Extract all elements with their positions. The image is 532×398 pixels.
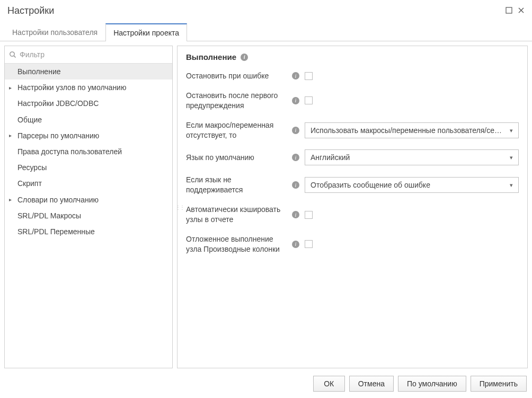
sidebar-item-jdbc-odbc[interactable]: Настройки JDBC/ODBC [5,95,172,111]
info-icon[interactable]: i [292,154,299,161]
sidebar-item-resources[interactable]: Ресурсы [5,160,172,175]
sidebar-item-label: Парсеры по умолчанию [17,131,99,140]
info-icon[interactable]: i [292,181,299,189]
body: Выполнение ▸ Настройки узлов по умолчани… [0,41,532,370]
sidebar-item-srl-macros[interactable]: SRL/PDL Макросы [5,208,172,224]
cancel-button[interactable]: Отмена [349,376,394,392]
sidebar: Выполнение ▸ Настройки узлов по умолчани… [4,46,173,368]
info-icon[interactable]: i [241,54,248,61]
label-unsupported-language: Если язык не поддерживается [186,175,287,195]
checkbox-auto-cache[interactable] [305,211,313,219]
ok-button[interactable]: ОК [313,376,345,392]
sidebar-item-label: Скрипт [17,179,42,188]
row-stop-on-warning: Остановить после первого предупреждения … [186,91,519,111]
footer: ОК Отмена По умолчанию Применить [0,370,532,398]
search-icon [9,51,16,58]
sidebar-item-execution[interactable]: Выполнение [5,64,172,79]
label-deferred-execution: Отложенное выполнение узла Производные к… [186,234,287,254]
sidebar-item-label: Общие [17,115,42,125]
sidebar-item-script[interactable]: Скрипт [5,175,172,191]
content-title: Выполнение i [186,52,519,61]
info-icon[interactable]: i [292,127,299,134]
select-missing-macro[interactable]: Использовать макросы/переменные пользова… [305,122,519,138]
info-icon[interactable]: i [292,72,299,79]
sidebar-item-label: SRL/PDL Переменные [17,227,95,236]
close-icon[interactable] [518,7,525,15]
sidebar-item-label: Ресурсы [17,163,47,172]
content-panel: ⋮⋮ Выполнение i Остановить при ошибке i … [177,46,528,368]
window-title: Настройки [7,5,54,16]
checkbox-deferred-execution[interactable] [305,240,313,248]
sidebar-item-label: Выполнение [17,67,60,76]
chevron-right-icon: ▸ [9,196,12,203]
sidebar-item-user-access[interactable]: Права доступа пользователей [5,144,172,160]
sidebar-item-label: Настройки узлов по умолчанию [17,83,126,92]
chevron-right-icon: ▸ [9,132,12,139]
filter-input[interactable] [16,48,168,61]
apply-button[interactable]: Применить [471,376,527,392]
sidebar-item-srl-variables[interactable]: SRL/PDL Переменные [5,224,172,240]
checkbox-stop-on-error[interactable] [305,72,313,80]
sidebar-item-label: SRL/PDL Макросы [17,211,81,220]
control-area [305,211,519,219]
sidebar-item-label: Настройки JDBC/ODBC [17,99,99,108]
svg-rect-0 [506,7,512,13]
content-title-text: Выполнение [186,52,236,61]
sidebar-item-label: Права доступа пользователей [17,147,122,156]
control-area [305,96,519,104]
row-deferred-execution: Отложенное выполнение узла Производные к… [186,234,519,254]
row-default-language: Язык по умолчанию i Английский [186,149,519,165]
select-unsupported-language[interactable]: Отобразить сообщение об ошибке [305,177,519,193]
row-unsupported-language: Если язык не поддерживается i Отобразить… [186,175,519,195]
label-auto-cache: Автоматически кэшировать узлы в отчете [186,205,287,225]
label-default-language: Язык по умолчанию [186,153,287,163]
settings-window: Настройки Настройки пользователя Настрой… [0,0,532,398]
sidebar-item-default-parsers[interactable]: ▸ Парсеры по умолчанию [5,128,172,144]
window-controls [506,7,525,15]
filter-box [5,46,172,64]
chevron-right-icon: ▸ [9,84,12,91]
sidebar-item-label: Словари по умолчанию [17,195,99,205]
select-default-language[interactable]: Английский [305,149,519,165]
sidebar-item-default-node-settings[interactable]: ▸ Настройки узлов по умолчанию [5,79,172,95]
label-stop-on-error: Остановить при ошибке [186,71,287,81]
sidebar-item-default-dictionaries[interactable]: ▸ Словари по умолчанию [5,192,172,208]
maximize-icon[interactable] [506,7,512,15]
info-icon[interactable]: i [292,211,299,218]
svg-point-1 [10,52,14,56]
tab-bar: Настройки пользователя Настройки проекта [0,23,532,41]
sidebar-item-general[interactable]: Общие [5,112,172,128]
row-auto-cache: Автоматически кэшировать узлы в отчете i [186,205,519,225]
checkbox-stop-on-warning[interactable] [305,96,313,104]
label-stop-on-warning: Остановить после первого предупреждения [186,91,287,111]
control-area: Английский [305,149,519,165]
control-area [305,72,519,80]
splitter-handle[interactable]: ⋮⋮ [177,204,184,210]
label-missing-macro: Если макрос/переменная отсутствует, то [186,120,287,140]
info-icon[interactable]: i [292,241,299,248]
control-area: Отобразить сообщение об ошибке [305,177,519,193]
control-area [305,240,519,248]
tab-project-settings[interactable]: Настройки проекта [105,23,187,41]
row-stop-on-error: Остановить при ошибке i [186,71,519,81]
info-icon[interactable]: i [292,97,299,104]
row-missing-macro: Если макрос/переменная отсутствует, то i… [186,120,519,140]
sidebar-nav: Выполнение ▸ Настройки узлов по умолчани… [5,64,172,368]
control-area: Использовать макросы/переменные пользова… [305,122,519,138]
tab-user-settings[interactable]: Настройки пользователя [4,23,105,41]
default-button[interactable]: По умолчанию [398,376,466,392]
titlebar: Настройки [0,0,532,20]
